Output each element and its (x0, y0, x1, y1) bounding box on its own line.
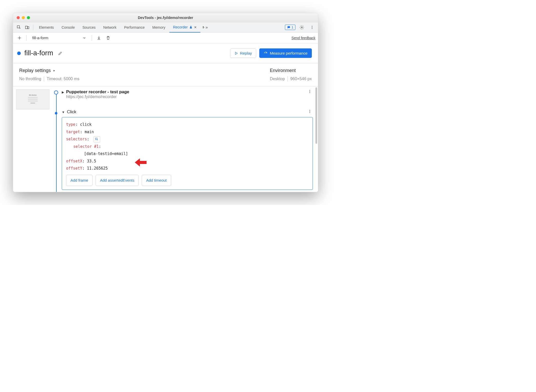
environment-label: Environment (270, 68, 296, 73)
svg-point-9 (310, 92, 310, 93)
step-details-panel: type: click target: main selectors: sele… (62, 117, 313, 190)
recording-status-dot (17, 51, 21, 55)
tab-label: Recorder (173, 25, 188, 29)
timeline: ▶ Puppeteer recorder - test page https:/… (53, 86, 318, 192)
svg-point-10 (310, 110, 310, 111)
replay-label: Replay (240, 51, 252, 55)
tabbar: Elements Console Sources Network Perform… (13, 22, 318, 33)
settings-row: Replay settings No throttling Timeout: 5… (13, 63, 318, 86)
prop-key: selectors (66, 137, 87, 141)
svg-rect-2 (28, 27, 29, 29)
prop-value[interactable]: click (80, 122, 91, 127)
svg-rect-1 (25, 26, 27, 29)
close-window-button[interactable] (17, 16, 20, 19)
more-tabs-icon[interactable]: » (201, 24, 209, 31)
step-menu-icon[interactable] (308, 89, 313, 94)
replay-button[interactable]: Replay (230, 48, 256, 58)
svg-point-5 (312, 27, 313, 28)
prop-key: target (66, 130, 80, 134)
separator (92, 35, 92, 41)
step-navigate: ▶ Puppeteer recorder - test page https:/… (53, 89, 313, 99)
edit-title-icon[interactable] (56, 49, 64, 57)
step-title: Click (67, 109, 76, 115)
collapse-icon[interactable]: ▶ (62, 90, 64, 94)
pick-selector-icon[interactable] (94, 136, 100, 142)
inspect-element-icon[interactable] (15, 24, 23, 31)
minimize-window-button[interactable] (22, 16, 25, 19)
recording-select-value: fill-a-form (32, 36, 48, 40)
export-icon[interactable] (95, 34, 103, 42)
issues-badge[interactable]: 1 (285, 25, 295, 30)
scrollbar[interactable] (315, 87, 317, 144)
measure-performance-button[interactable]: Measure performance (259, 48, 312, 58)
add-asserted-events-button[interactable]: Add assertedEvents (96, 175, 139, 186)
prop-key: selector #1 (73, 144, 99, 149)
svg-point-12 (310, 112, 310, 113)
add-recording-icon[interactable] (16, 34, 23, 42)
step-title: Puppeteer recorder - test page (66, 89, 129, 95)
recording-title: fill-a-form (24, 49, 53, 57)
separator (44, 76, 44, 81)
traffic-lights (17, 16, 30, 19)
kebab-menu-icon[interactable] (308, 24, 316, 31)
viewport-value: 960×546 px (290, 77, 312, 81)
prop-value[interactable]: 33.5 (87, 159, 96, 163)
svg-point-11 (310, 111, 310, 112)
recording-header: fill-a-form Replay Measure performance (13, 43, 318, 63)
issues-count: 1 (292, 25, 293, 29)
svg-point-6 (312, 28, 313, 29)
gauge-icon (264, 51, 268, 55)
separator (26, 35, 27, 41)
tab-elements[interactable]: Elements (35, 22, 57, 32)
window-title: DevTools - jec.fyi/demo/recorder (138, 16, 193, 20)
prop-key: type (66, 122, 75, 127)
tab-memory[interactable]: Memory (149, 22, 169, 32)
device-toggle-icon[interactable] (23, 24, 31, 31)
svg-point-7 (310, 90, 310, 91)
svg-point-4 (312, 26, 313, 27)
prop-key: offsetX (66, 159, 82, 163)
prop-value[interactable]: main (85, 130, 94, 134)
tab-sources[interactable]: Sources (79, 22, 99, 32)
tab-performance[interactable]: Performance (120, 22, 148, 32)
step-marker-icon (54, 90, 58, 95)
svg-rect-0 (17, 26, 19, 28)
svg-point-3 (301, 27, 303, 28)
svg-rect-14 (139, 161, 147, 164)
titlebar: DevTools - jec.fyi/demo/recorder (13, 13, 318, 22)
tab-console[interactable]: Console (58, 22, 78, 32)
close-tab-icon[interactable]: ✕ (194, 25, 197, 29)
replay-settings-toggle[interactable]: Replay settings (19, 68, 79, 73)
page-thumbnail: fill in the form (16, 89, 49, 109)
prop-value[interactable]: 11.265625 (87, 166, 108, 171)
step-click: ▼ Click type: click target: main selecto… (53, 109, 313, 190)
steps-area: fill in the form ▶ Puppeteer recorder - … (13, 86, 318, 192)
flask-icon (189, 26, 192, 29)
step-menu-icon[interactable] (308, 109, 313, 114)
settings-icon[interactable] (298, 24, 306, 31)
separator (287, 76, 288, 81)
chevron-down-icon (83, 36, 86, 40)
send-feedback-link[interactable]: Send feedback (292, 36, 315, 40)
tab-network[interactable]: Network (100, 22, 120, 32)
annotation-arrow-icon (134, 157, 147, 168)
replay-settings-label: Replay settings (19, 68, 51, 73)
chevron-right-icon (53, 69, 55, 72)
add-timeout-button[interactable]: Add timeout (142, 175, 171, 186)
prop-key: offsetY (66, 166, 82, 171)
step-url: https://jec.fyi/demo/recorder (66, 95, 129, 99)
selector-value[interactable]: [data-testid=email] (84, 151, 128, 156)
delete-icon[interactable] (104, 34, 112, 42)
svg-point-8 (310, 91, 310, 92)
throttling-value: No throttling (19, 77, 41, 81)
play-icon (234, 51, 238, 55)
step-marker-dot (55, 112, 57, 115)
svg-rect-13 (96, 138, 97, 139)
recording-select[interactable]: fill-a-form (30, 35, 89, 41)
maximize-window-button[interactable] (27, 16, 30, 19)
measure-label: Measure performance (270, 51, 307, 55)
add-frame-button[interactable]: Add frame (66, 175, 92, 186)
devtools-window: DevTools - jec.fyi/demo/recorder Element… (13, 13, 318, 192)
collapse-icon[interactable]: ▼ (62, 110, 65, 114)
tab-recorder[interactable]: Recorder ✕ (169, 23, 200, 33)
